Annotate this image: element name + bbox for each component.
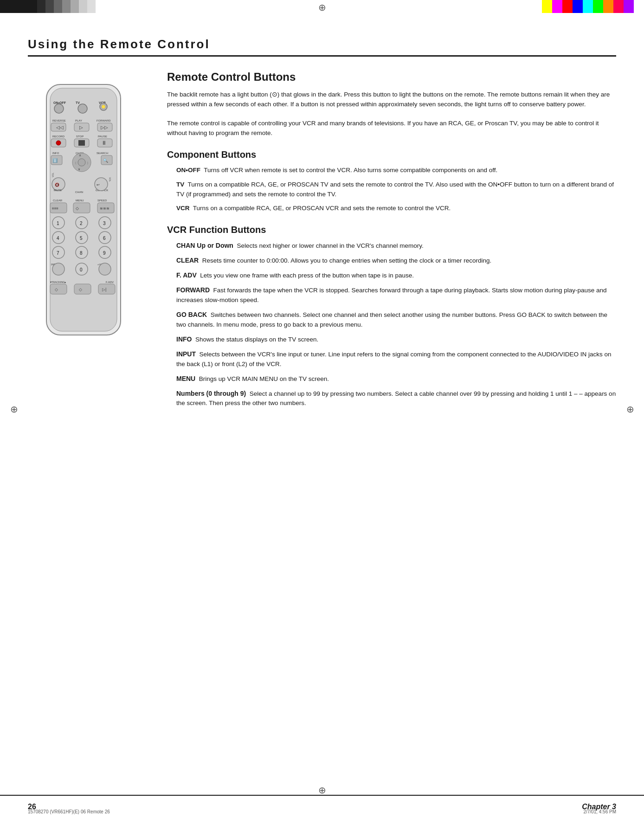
button-item-forward: FORWARD Fast forwards the tape when the … — [176, 285, 616, 305]
svg-text:TV: TV — [76, 101, 80, 104]
svg-point-81 — [99, 263, 111, 275]
page-content: Using the Remote Control ON•OFF TV VCR R… — [0, 28, 644, 790]
button-item-numbers: Numbers (0 through 9) Select a channel u… — [176, 389, 616, 409]
footer-info: 15708270 (VR661HF)(E) 06 Remote 26 2/7/0… — [28, 809, 616, 814]
footer-right: 2/7/01, 4:56 PM — [583, 809, 616, 814]
svg-text:≡≡≡: ≡≡≡ — [52, 206, 58, 211]
svg-rect-86 — [74, 284, 91, 294]
svg-text:≋≋≋: ≋≋≋ — [100, 206, 109, 211]
svg-text:CHAN: CHAN — [75, 191, 83, 193]
svg-text:▷: ▷ — [79, 125, 83, 130]
svg-point-8 — [102, 105, 105, 109]
svg-text:🔇: 🔇 — [55, 182, 59, 187]
forward-label: FORWARD — [176, 286, 210, 294]
svg-text:FORWARD: FORWARD — [97, 119, 111, 122]
svg-text:〈: 〈 — [73, 161, 77, 165]
info-label: INFO — [176, 335, 192, 343]
page-title: Using the Remote Control — [28, 37, 616, 57]
svg-text:⏸: ⏸ — [101, 140, 107, 146]
svg-point-80 — [52, 263, 64, 275]
content-area: Remote Control Buttons The backlit remot… — [158, 71, 616, 413]
svg-text:🔍: 🔍 — [103, 158, 109, 163]
svg-text:7: 7 — [57, 251, 59, 256]
button-item-clear: CLEAR Resets time counter to 0:00:00. Al… — [176, 256, 616, 266]
svg-text:F.ADV: F.ADV — [106, 281, 114, 283]
svg-rect-88 — [98, 284, 115, 294]
fadv-label: F. ADV — [176, 271, 197, 279]
svg-point-6 — [78, 104, 87, 113]
svg-text:STOP: STOP — [76, 135, 84, 138]
numbers-label: Numbers (0 through 9) — [176, 390, 246, 397]
svg-text:ℹ️: ℹ️ — [52, 158, 58, 163]
svg-text:▷▷: ▷▷ — [101, 125, 108, 130]
goback-label: GO BACK — [176, 311, 207, 318]
button-item-goback: GO BACK Switches between two channels. S… — [176, 310, 616, 330]
remote-area: ON•OFF TV VCR REVERSE PLAY FORWARD ◁◁ ▷ — [28, 71, 139, 340]
svg-point-5 — [54, 104, 64, 113]
onoff-label: ON•OFF — [176, 167, 200, 174]
svg-text:CLEAR: CLEAR — [53, 199, 63, 202]
svg-point-22 — [56, 141, 61, 145]
chan-label: CHAN Up or Down — [176, 242, 233, 249]
vcr-function-buttons-list: CHAN Up or Down Selects next higher or l… — [176, 241, 616, 408]
svg-text:6: 6 — [103, 236, 106, 241]
menu-label: MENU — [176, 375, 195, 382]
svg-text:▷|: ▷| — [102, 287, 106, 292]
svg-text:INFO: INFO — [52, 152, 59, 155]
svg-text:4: 4 — [57, 236, 59, 241]
svg-text:VOL: VOL — [52, 173, 54, 177]
svg-text:◁◁: ◁◁ — [56, 125, 64, 130]
svg-text:8: 8 — [80, 251, 83, 256]
top-right-color-bars — [542, 0, 644, 13]
button-item-fadv: F. ADV Lets you view one frame with each… — [176, 271, 616, 281]
remote-control-image: ON•OFF TV VCR REVERSE PLAY FORWARD ◁◁ ▷ — [37, 80, 130, 340]
bottom-bar: 26 Chapter 3 — [0, 795, 644, 818]
svg-text:9: 9 — [103, 251, 106, 256]
component-buttons-list: ON•OFF Turns off VCR when remote is set … — [176, 166, 616, 214]
svg-text:◇: ◇ — [76, 206, 79, 211]
remote-control-buttons-intro1: The backlit remote has a light button (⊙… — [167, 90, 616, 109]
svg-text:PLAY: PLAY — [75, 119, 82, 122]
svg-text:MENU: MENU — [76, 199, 84, 202]
remote-control-buttons-title: Remote Control Buttons — [167, 71, 616, 84]
svg-text:∧: ∧ — [79, 154, 81, 157]
button-item-onoff: ON•OFF Turns off VCR when remote is set … — [176, 166, 616, 175]
input-label: INPUT — [176, 350, 196, 358]
button-item-menu: MENU Brings up VCR MAIN MENU on the TV s… — [176, 374, 616, 384]
svg-text:↩: ↩ — [97, 183, 100, 187]
footer-left: 15708270 (VR661HF)(E) 06 Remote 26 — [28, 809, 110, 814]
svg-text:◇: ◇ — [55, 287, 58, 292]
svg-text:VOL: VOL — [109, 177, 111, 182]
button-item-input: INPUT Selects between the VCR's line inp… — [176, 349, 616, 369]
top-left-color-bars — [0, 0, 96, 13]
svg-text:3: 3 — [103, 221, 106, 226]
svg-rect-84 — [50, 284, 67, 294]
button-item-tv: TV Turns on a compatible RCA, GE, or PRO… — [176, 180, 616, 200]
svg-text:2: 2 — [80, 221, 83, 226]
component-buttons-title: Component Buttons — [167, 149, 616, 160]
button-item-vcr: VCR Turns on a compatible RCA, GE, or PR… — [176, 204, 616, 213]
remote-control-buttons-intro2: The remote control is capable of control… — [167, 119, 616, 138]
svg-text:REVERSE: REVERSE — [52, 119, 66, 122]
clear-label: CLEAR — [176, 257, 199, 264]
svg-text:1: 1 — [57, 221, 59, 226]
main-layout: ON•OFF TV VCR REVERSE PLAY FORWARD ◁◁ ▷ — [28, 71, 616, 413]
svg-text:▾TRACKING▴: ▾TRACKING▴ — [50, 281, 66, 283]
svg-text:RECORD: RECORD — [52, 135, 65, 138]
svg-point-37 — [78, 159, 85, 166]
vcr-label: VCR — [176, 205, 190, 212]
svg-text:◇: ◇ — [79, 287, 82, 292]
svg-text:SEARCH: SEARCH — [97, 152, 108, 155]
svg-text:〉: 〉 — [87, 161, 90, 165]
svg-text:0: 0 — [80, 267, 83, 272]
button-item-info: INFO Shows the status displays on the TV… — [176, 335, 616, 345]
svg-text:MUTE: MUTE — [54, 189, 62, 192]
tv-label: TV — [176, 181, 184, 188]
button-item-chan: CHAN Up or Down Selects next higher or l… — [176, 241, 616, 251]
reg-mark-top: ⊕ — [316, 2, 328, 13]
vcr-function-buttons-title: VCR Function Buttons — [167, 225, 616, 235]
svg-text:5: 5 — [80, 236, 83, 241]
svg-text:∨: ∨ — [78, 167, 80, 171]
svg-rect-24 — [78, 140, 85, 146]
svg-text:SPEED: SPEED — [97, 199, 107, 202]
